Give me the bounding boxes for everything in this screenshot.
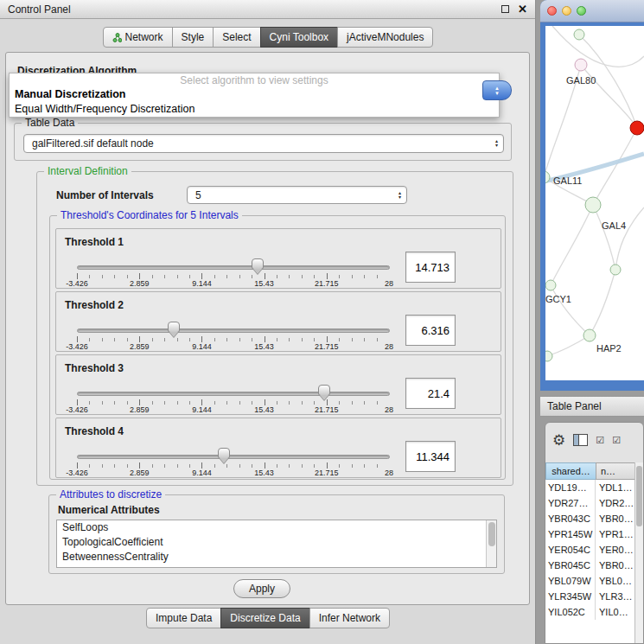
table-row[interactable]: YDL19…YDL1… bbox=[545, 480, 636, 495]
tab-network[interactable]: Network bbox=[103, 27, 173, 48]
tab-style[interactable]: Style bbox=[172, 27, 214, 48]
network-node[interactable] bbox=[574, 29, 584, 40]
slider-track[interactable] bbox=[77, 392, 390, 396]
threshold-value-field[interactable] bbox=[405, 441, 456, 472]
tab-jactivemnodules[interactable]: jActiveMNodules bbox=[337, 27, 433, 48]
list-item[interactable]: TopologicalCoefficient bbox=[57, 535, 496, 550]
slider-thumb[interactable] bbox=[318, 385, 330, 396]
select-rows-icon[interactable]: ☑ bbox=[612, 435, 621, 446]
table-panel-title: Table Panel bbox=[547, 400, 602, 412]
tick-label: 2.859 bbox=[130, 405, 150, 414]
network-node-selected-red[interactable] bbox=[630, 121, 644, 135]
network-graph: GAL80 GAL11 GAL4 GCY1 HAP2 bbox=[545, 26, 644, 380]
slider-thumb[interactable] bbox=[168, 322, 180, 333]
network-window-titlebar[interactable] bbox=[540, 0, 644, 22]
close-icon[interactable]: ✕ bbox=[518, 3, 527, 16]
table-row[interactable]: YBR045CYBR0… bbox=[545, 558, 636, 573]
algorithm-dropdown-popup: Select algorithm to view settings Manual… bbox=[9, 73, 500, 118]
threshold-label: Threshold 4 bbox=[65, 425, 124, 437]
threshold-value-field[interactable] bbox=[405, 378, 456, 409]
top-tab-bar: Network Style Select Cyni Toolbox jActiv… bbox=[0, 27, 536, 48]
network-node[interactable] bbox=[545, 280, 556, 290]
slider-track[interactable] bbox=[77, 265, 390, 270]
number-of-intervals-label: Number of Intervals bbox=[56, 189, 154, 201]
cell: YPR1… bbox=[596, 526, 636, 542]
threshold-slider[interactable]: -3.426 2.859 9.144 15.43 21.715 28 bbox=[77, 390, 390, 414]
thresholds-group: Threshold's Coordinates for 5 Intervals … bbox=[49, 215, 506, 480]
threshold-value-field[interactable] bbox=[405, 252, 456, 283]
columns-icon[interactable] bbox=[573, 434, 588, 446]
list-item[interactable]: SelfLoops bbox=[57, 520, 496, 535]
list-item[interactable]: BetweennessCentrality bbox=[57, 550, 496, 564]
threshold-slider[interactable]: -3.426 2.859 9.144 15.43 21.715 28 bbox=[77, 264, 390, 288]
select-all-icon[interactable]: ☑ bbox=[596, 435, 604, 446]
network-node[interactable] bbox=[585, 197, 601, 213]
cell: YBL0… bbox=[596, 573, 636, 589]
cyni-toolbox-panel: Discretization Algorithm Select algorith… bbox=[5, 52, 530, 605]
tab-impute-data[interactable]: Impute Data bbox=[146, 608, 221, 628]
dropdown-option-equal-width[interactable]: Equal Width/Frequency Discretization bbox=[10, 102, 499, 117]
tab-cyni-toolbox[interactable]: Cyni Toolbox bbox=[260, 27, 338, 48]
table-row[interactable]: YBR043CYBR0… bbox=[545, 511, 636, 526]
column-header-name[interactable]: n… bbox=[596, 462, 637, 480]
tick-label: 21.715 bbox=[315, 279, 339, 288]
table-scrollbar[interactable] bbox=[634, 462, 643, 643]
network-node[interactable] bbox=[583, 329, 596, 341]
tick-label: 15.43 bbox=[254, 469, 274, 477]
scrollbar-thumb[interactable] bbox=[636, 466, 642, 526]
threshold-slider[interactable]: -3.426 2.859 9.144 15.43 21.715 28 bbox=[77, 327, 390, 351]
table-data-combobox[interactable]: galFiltered.sif default node ▴▾ bbox=[23, 134, 504, 153]
threshold-value-field[interactable] bbox=[405, 315, 456, 346]
tab-label: Select bbox=[222, 31, 251, 43]
cell: YPR145W bbox=[545, 526, 596, 542]
node-label: GAL11 bbox=[553, 175, 582, 186]
network-node[interactable] bbox=[545, 351, 552, 361]
network-icon bbox=[112, 33, 122, 42]
network-canvas[interactable]: GAL80 GAL11 GAL4 GCY1 HAP2 bbox=[545, 26, 644, 380]
zoom-traffic-light[interactable] bbox=[577, 6, 586, 16]
tab-discretize-data[interactable]: Discretize Data bbox=[220, 608, 309, 628]
tick-label: 28 bbox=[385, 405, 393, 414]
tick-label: 28 bbox=[385, 342, 393, 351]
tick-label: 2.859 bbox=[130, 469, 150, 477]
network-node[interactable] bbox=[610, 265, 621, 275]
slider-thumb[interactable] bbox=[252, 258, 264, 270]
scrollbar-thumb[interactable] bbox=[488, 522, 495, 546]
float-window-icon[interactable] bbox=[501, 5, 509, 13]
slider-scale: -3.426 2.859 9.144 15.43 21.715 28 bbox=[77, 342, 389, 352]
slider-track[interactable] bbox=[77, 455, 390, 459]
slider-ticks bbox=[77, 462, 389, 469]
table-row[interactable]: YIL052CYIL0… bbox=[545, 604, 636, 620]
attributes-scrollbar[interactable] bbox=[486, 520, 496, 567]
dropdown-option-manual[interactable]: Manual Discretization bbox=[10, 87, 499, 102]
threshold-panel-4: Threshold 4 -3.426 2.859 9.144 15.43 21.… bbox=[55, 418, 501, 478]
number-of-intervals-value: 5 bbox=[195, 189, 201, 201]
gear-icon[interactable]: ⚙ bbox=[552, 431, 565, 450]
network-node[interactable] bbox=[575, 59, 587, 71]
table-panel-header: Table Panel bbox=[540, 396, 644, 417]
apply-button[interactable]: Apply bbox=[233, 579, 290, 598]
table-row[interactable]: YLR345WYLR3… bbox=[545, 589, 636, 604]
tick-label: 15.43 bbox=[254, 405, 274, 414]
table-row[interactable]: YBL079WYBL0… bbox=[545, 573, 636, 589]
tab-infer-network[interactable]: Infer Network bbox=[309, 608, 390, 628]
minimize-traffic-light[interactable] bbox=[562, 6, 571, 16]
cell: YDL1… bbox=[596, 480, 636, 495]
window-title: Control Panel bbox=[8, 3, 501, 16]
close-traffic-light[interactable] bbox=[547, 6, 557, 16]
attributes-list: SelfLoops TopologicalCoefficient Between… bbox=[56, 520, 497, 568]
slider-ticks bbox=[77, 336, 389, 342]
table-row[interactable]: YER054CYER0… bbox=[545, 542, 636, 558]
cell: YBR043C bbox=[545, 511, 596, 526]
threshold-panel-3: Threshold 3 -3.426 2.859 9.144 15.43 21.… bbox=[55, 354, 501, 415]
table-row[interactable]: YPR145WYPR1… bbox=[545, 526, 636, 542]
threshold-slider[interactable]: -3.426 2.859 9.144 15.43 21.715 28 bbox=[77, 453, 390, 477]
slider-track[interactable] bbox=[77, 328, 390, 333]
algorithm-combobox-stepper[interactable]: ▲ ▼ bbox=[482, 80, 512, 100]
slider-ticks bbox=[77, 399, 389, 405]
tab-select[interactable]: Select bbox=[213, 27, 260, 48]
table-row[interactable]: YDR27…YDR2… bbox=[545, 495, 636, 511]
slider-thumb[interactable] bbox=[218, 448, 230, 459]
column-header-shared-name[interactable]: shared… bbox=[545, 462, 596, 480]
number-of-intervals-combobox[interactable]: 5 ▴▾ bbox=[187, 186, 407, 204]
